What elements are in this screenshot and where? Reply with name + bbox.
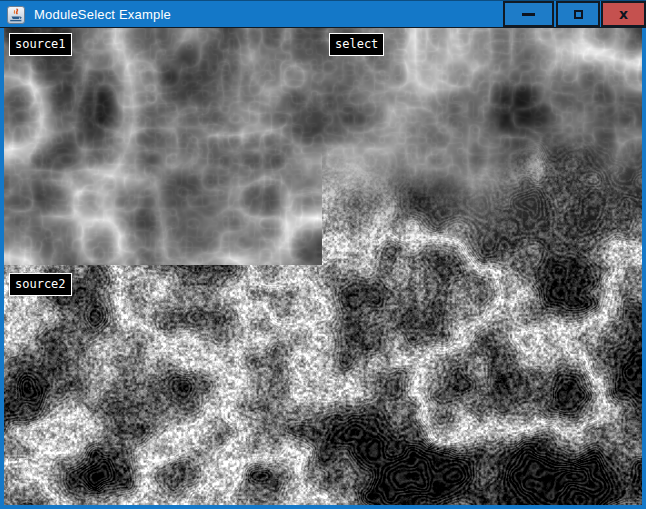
maximize-button[interactable]: [556, 1, 600, 27]
label-source2: source2: [9, 273, 72, 296]
label-source1: source1: [9, 33, 72, 56]
maximize-icon: [574, 10, 583, 19]
render-area: source1 select source2: [4, 28, 642, 505]
app-window: ModuleSelect Example x source1 select so…: [0, 0, 646, 509]
window-title: ModuleSelect Example: [34, 1, 171, 28]
titlebar[interactable]: ModuleSelect Example x: [0, 0, 646, 28]
close-icon: x: [619, 7, 628, 21]
java-app-icon: [7, 6, 25, 24]
close-button[interactable]: x: [601, 1, 646, 27]
minimize-icon: [522, 13, 535, 16]
noise-render: [4, 28, 642, 505]
minimize-button[interactable]: [503, 1, 554, 27]
label-select: select: [329, 33, 384, 56]
